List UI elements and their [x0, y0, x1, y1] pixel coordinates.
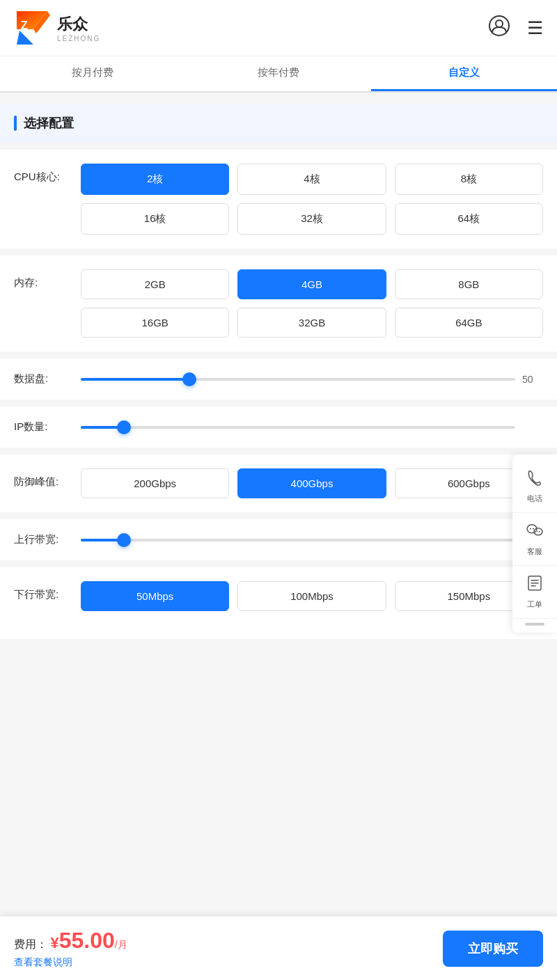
memory-option-16gb[interactable]: 16GB [81, 308, 229, 338]
divider-cpu-mem [0, 248, 557, 255]
fee-label: 费用： [14, 938, 47, 950]
downlink-options: 50Mbps 100Mbps 150Mbps [81, 581, 543, 611]
phone-icon [526, 468, 544, 491]
tab-yearly[interactable]: 按年付费 [186, 56, 372, 91]
memory-label: 内存: [14, 269, 70, 290]
disk-label: 数据盘: [14, 372, 70, 386]
cpu-option-64core[interactable]: 64核 [395, 203, 543, 235]
float-phone-label: 电话 [527, 493, 542, 504]
logo-main-text: 乐众 [57, 14, 100, 35]
defense-options: 200Gbps 400Gbps 600Gbps [81, 468, 543, 498]
float-item-phone[interactable]: 电话 [512, 460, 557, 513]
downlink-label: 下行带宽: [14, 581, 70, 601]
fee-period: /月 [115, 939, 127, 950]
cpu-option-4core[interactable]: 4核 [237, 164, 386, 195]
fee-symbol: ¥ [50, 934, 58, 951]
uplink-slider-track[interactable] [81, 539, 515, 542]
disk-slider-container: 50 [81, 374, 543, 385]
fee-price: ¥55.00 [50, 928, 114, 953]
floating-sidebar: 电话 客服 工单 [512, 455, 557, 633]
float-workorder-label: 工单 [527, 599, 542, 610]
downlink-option-50mbps[interactable]: 50Mbps [81, 581, 229, 611]
uplink-row: 上行带宽: [0, 519, 557, 560]
uplink-slider-container [81, 539, 543, 542]
header-icons: ☰ [488, 15, 543, 42]
divider-defense-uplink [0, 512, 557, 519]
section-title: 选择配置 [24, 115, 74, 132]
float-item-workorder[interactable]: 工单 [512, 566, 557, 619]
header: Z 乐众 LEZHONG ☰ [0, 0, 557, 56]
wechat-icon [526, 521, 544, 544]
uplink-slider-thumb[interactable] [117, 533, 131, 547]
cpu-row: CPU核心: 2核 4核 8核 16核 32核 64核 [0, 150, 557, 248]
ip-slider-track[interactable] [81, 426, 515, 429]
menu-icon[interactable]: ☰ [527, 17, 543, 39]
divider-ip-defense [0, 448, 557, 455]
memory-row: 内存: 2GB 4GB 8GB 16GB 32GB 64GB [0, 255, 557, 351]
buy-button[interactable]: 立即购买 [443, 931, 543, 967]
svg-text:Z: Z [21, 19, 28, 31]
config-area: CPU核心: 2核 4核 8核 16核 32核 64核 内存: 2GB 4GB … [0, 150, 557, 639]
defense-label: 防御峰值: [14, 468, 70, 489]
section-header: 选择配置 [0, 104, 557, 143]
disk-slider-fill [81, 378, 189, 381]
float-item-wechat[interactable]: 客服 [512, 513, 557, 566]
disk-slider-value: 50 [522, 374, 543, 385]
cpu-option-16core[interactable]: 16核 [81, 203, 229, 235]
tab-custom[interactable]: 自定义 [371, 56, 557, 91]
tab-bar: 按月付费 按年付费 自定义 [0, 56, 557, 93]
cpu-label: CPU核心: [14, 164, 70, 184]
disk-slider-track[interactable] [81, 378, 515, 381]
defense-row: 防御峰值: 200Gbps 400Gbps 600Gbps [0, 455, 557, 512]
fee-amount: 55.00 [59, 928, 115, 953]
view-package-link[interactable]: 查看套餐说明 [14, 956, 127, 969]
memory-option-2gb[interactable]: 2GB [81, 269, 229, 299]
logo-subtitle: LEZHONG [57, 35, 100, 42]
divider-mem-disk [0, 351, 557, 358]
ip-label: IP数量: [14, 420, 70, 434]
logo-text-area: 乐众 LEZHONG [57, 14, 100, 42]
logo-icon: Z [14, 8, 53, 47]
divider-disk-ip [0, 400, 557, 406]
cpu-option-32core[interactable]: 32核 [237, 203, 386, 235]
defense-option-200gbps[interactable]: 200Gbps [81, 468, 229, 498]
workorder-icon [526, 574, 544, 596]
uplink-label: 上行带宽: [14, 533, 70, 546]
memory-option-32gb[interactable]: 32GB [237, 308, 386, 338]
disk-slider-thumb[interactable] [182, 372, 196, 386]
downlink-option-100mbps[interactable]: 100Mbps [237, 581, 386, 611]
footer-bar: 费用： ¥55.00/月 查看套餐说明 立即购买 [0, 916, 557, 980]
fee-display: 费用： ¥55.00/月 [14, 928, 127, 954]
ip-slider-container [81, 426, 543, 429]
footer-left: 费用： ¥55.00/月 查看套餐说明 [14, 928, 127, 969]
cpu-options: 2核 4核 8核 16核 32核 64核 [81, 164, 543, 235]
ip-slider-thumb[interactable] [117, 420, 131, 434]
svg-point-9 [533, 528, 534, 530]
divider-uplink-downlink [0, 560, 557, 567]
downlink-row: 下行带宽: 50Mbps 100Mbps 150Mbps [0, 567, 557, 625]
logo-area: Z 乐众 LEZHONG [14, 8, 100, 47]
memory-options: 2GB 4GB 8GB 16GB 32GB 64GB [81, 269, 543, 338]
memory-option-64gb[interactable]: 64GB [395, 308, 543, 338]
memory-option-4gb[interactable]: 4GB [237, 269, 386, 299]
section-bar [14, 116, 17, 131]
svg-point-11 [537, 531, 538, 532]
scroll-indicator [525, 623, 544, 626]
cpu-option-2core[interactable]: 2核 [81, 164, 229, 195]
ip-row: IP数量: [0, 406, 557, 448]
float-wechat-label: 客服 [527, 546, 542, 557]
svg-point-12 [539, 531, 540, 532]
svg-point-6 [496, 20, 503, 27]
cpu-option-8core[interactable]: 8核 [395, 164, 543, 195]
user-icon[interactable] [488, 15, 510, 42]
memory-option-8gb[interactable]: 8GB [395, 269, 543, 299]
defense-option-400gbps[interactable]: 400Gbps [237, 468, 386, 498]
tab-monthly[interactable]: 按月付费 [0, 56, 186, 91]
svg-point-8 [530, 528, 531, 530]
disk-row: 数据盘: 50 [0, 358, 557, 400]
